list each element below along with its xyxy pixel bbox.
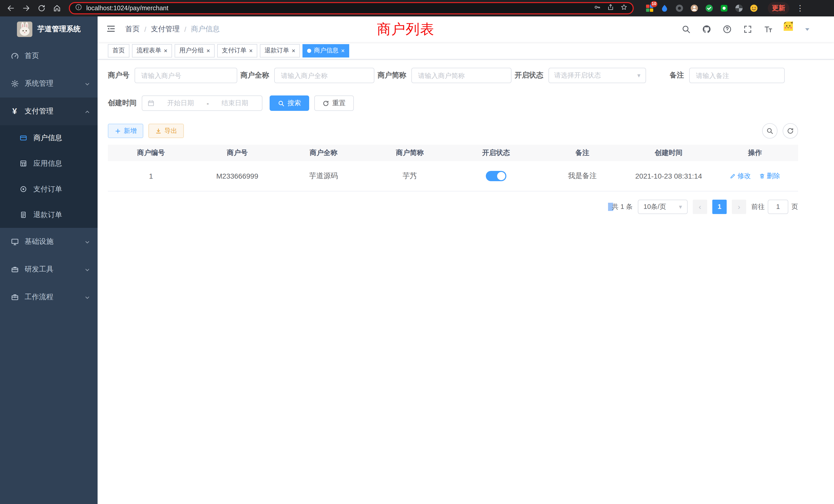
extension-colorful-icon[interactable]: 10	[644, 3, 655, 14]
sidebar-item-merchant-info[interactable]: 商户信息	[0, 125, 97, 151]
caret-down-icon[interactable]	[805, 28, 809, 30]
bookmark-star-icon[interactable]	[620, 4, 628, 13]
annotation-title: 商户列表	[377, 20, 435, 39]
remark-label: 备注	[670, 71, 689, 80]
url-text[interactable]: localhost:1024/pay/merchant	[86, 5, 169, 12]
extension-pinwheel-icon[interactable]	[733, 3, 745, 14]
full-name-input[interactable]	[274, 68, 374, 83]
cell-merchant-id: 1	[108, 161, 194, 191]
extension-dark-circle-icon[interactable]	[674, 3, 685, 14]
tab-home[interactable]: 首页	[108, 44, 129, 57]
sidebar: 芋道管理系统 首页 系统管理 ¥ 支付管理	[0, 17, 97, 504]
breadcrumb-home[interactable]: 首页	[125, 25, 140, 34]
col-merchant-id: 商户编号	[108, 145, 194, 161]
extension-smiley-icon[interactable]	[748, 3, 760, 14]
add-button[interactable]: 新增	[108, 124, 143, 138]
forward-icon[interactable]	[20, 2, 33, 15]
help-icon[interactable]	[722, 24, 732, 35]
status-toggle[interactable]	[486, 171, 506, 181]
browser-update-button[interactable]: 更新	[768, 2, 789, 14]
sidebar-item-home[interactable]: 首页	[0, 42, 97, 70]
status-label: 开启状态	[514, 71, 548, 80]
extension-green-circle-icon[interactable]	[704, 3, 715, 14]
reset-button[interactable]: 重置	[314, 95, 354, 111]
sidebar-item-infrastructure[interactable]: 基础设施	[0, 228, 97, 256]
reload-icon[interactable]	[35, 2, 48, 15]
date-separator: -	[207, 99, 209, 107]
tab-merchant-info[interactable]: 商户信息 ×	[303, 44, 349, 57]
extension-drop-icon[interactable]	[659, 3, 670, 14]
page-1-button[interactable]: 1	[712, 199, 727, 214]
merchant-no-input[interactable]	[135, 68, 237, 83]
yen-icon: ¥	[10, 107, 19, 116]
tab-process-form[interactable]: 流程表单 ×	[132, 44, 172, 57]
col-full-name: 商户全称	[280, 145, 367, 161]
extension-avatar-icon[interactable]	[689, 3, 700, 14]
breadcrumb-payment[interactable]: 支付管理	[151, 25, 180, 34]
chevron-down-icon	[84, 81, 90, 87]
col-remark: 备注	[539, 145, 626, 161]
short-name-input[interactable]	[411, 68, 511, 83]
tab-refund-orders[interactable]: 退款订单 ×	[260, 44, 300, 57]
collapse-sidebar-icon[interactable]	[106, 24, 117, 35]
chevron-up-icon	[84, 108, 90, 114]
password-key-icon[interactable]	[594, 4, 601, 13]
show-search-toggle-button[interactable]	[762, 123, 777, 139]
calendar-icon	[147, 99, 155, 107]
edit-link[interactable]: 修改	[730, 171, 751, 181]
user-avatar[interactable]	[784, 22, 799, 37]
sidebar-item-system[interactable]: 系统管理	[0, 70, 97, 97]
close-icon[interactable]: ×	[341, 47, 345, 54]
monitor-icon	[10, 237, 19, 246]
col-create-time: 创建时间	[626, 145, 712, 161]
tab-user-group[interactable]: 用户分组 ×	[175, 44, 215, 57]
create-time-range-picker[interactable]: 开始日期 - 结束日期	[142, 95, 262, 111]
table-header-row: 商户编号 商户号 商户全称 商户简称 开启状态 备注 创建时间 操作	[108, 145, 798, 161]
close-icon[interactable]: ×	[206, 47, 210, 54]
close-icon[interactable]: ×	[292, 47, 295, 54]
breadcrumb: 首页 / 支付管理 / 商户信息	[125, 25, 220, 34]
share-icon[interactable]	[607, 4, 614, 13]
browser-menu-icon[interactable]: ⋮	[795, 4, 805, 13]
remark-input[interactable]	[689, 68, 785, 83]
sidebar-item-payment[interactable]: ¥ 支付管理	[0, 97, 97, 125]
next-page-button[interactable]: ›	[732, 199, 746, 214]
sidebar-logo[interactable]: 芋道管理系统	[0, 17, 97, 42]
document-icon	[20, 211, 28, 219]
fullscreen-icon[interactable]	[743, 24, 753, 35]
close-icon[interactable]: ×	[249, 47, 253, 54]
merchant-no-label: 商户号	[108, 71, 135, 80]
browser-toolbar: localhost:1024/pay/merchant 10	[0, 0, 834, 17]
search-button[interactable]: 搜索	[270, 95, 309, 111]
sidebar-item-app-info[interactable]: 应用信息	[0, 151, 97, 177]
sidebar-item-workflow[interactable]: 工作流程	[0, 283, 97, 311]
app-title: 芋道管理系统	[38, 25, 81, 34]
status-select[interactable]: 请选择开启状态 ▾	[548, 68, 646, 83]
refresh-button[interactable]	[783, 123, 798, 139]
github-icon[interactable]	[702, 24, 712, 35]
gear-icon	[10, 79, 19, 88]
search-icon[interactable]	[681, 24, 691, 35]
date-start-placeholder: 开始日期	[159, 98, 203, 108]
close-icon[interactable]: ×	[164, 47, 168, 54]
merchant-table: 商户编号 商户号 商户全称 商户简称 开启状态 备注 创建时间 操作 1	[108, 145, 798, 191]
home-icon[interactable]	[50, 2, 64, 15]
table-row: 1 M233666999 芋道源码 芋艿 我是备注 2021-10-23 08:…	[108, 161, 798, 191]
goto-page-input[interactable]	[768, 199, 788, 214]
sidebar-item-payment-orders[interactable]: 支付订单	[0, 177, 97, 202]
font-size-icon[interactable]	[763, 24, 773, 35]
page-size-select[interactable]: 10条/页 ▾	[638, 199, 688, 214]
extension-green-square-icon[interactable]	[719, 3, 730, 14]
sidebar-item-dev-tools[interactable]: 研发工具	[0, 256, 97, 283]
sidebar-item-refund-orders[interactable]: 退款订单	[0, 202, 97, 228]
cell-full-name: 芋道源码	[280, 161, 367, 191]
export-button[interactable]: 导出	[148, 124, 184, 138]
site-info-icon[interactable]	[75, 4, 82, 13]
delete-link[interactable]: 删除	[759, 171, 780, 181]
payment-submenu: 商户信息 应用信息 支付订单	[0, 125, 97, 228]
url-bar[interactable]: localhost:1024/pay/merchant	[69, 2, 634, 14]
prev-page-button[interactable]: ‹	[693, 199, 707, 214]
tab-payment-orders[interactable]: 支付订单 ×	[217, 44, 257, 57]
back-icon[interactable]	[4, 2, 18, 15]
page-unit: 页	[791, 202, 798, 211]
